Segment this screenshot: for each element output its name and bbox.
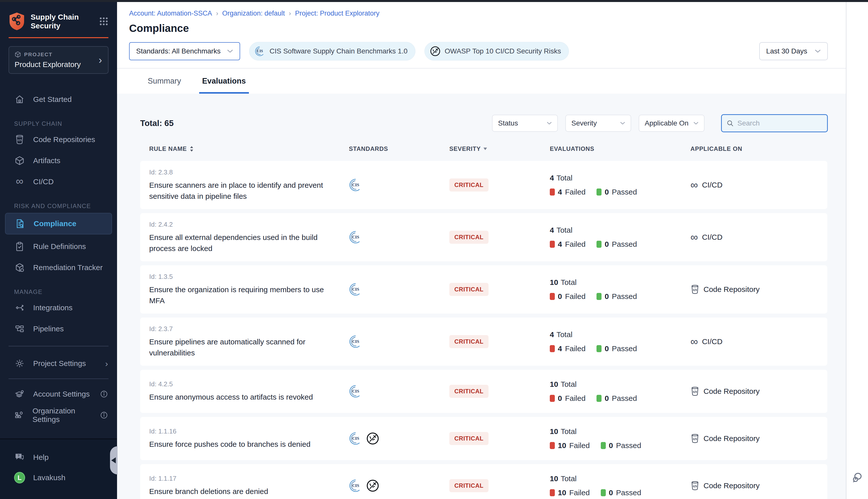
chip-owasp-top10[interactable]: OWASP Top 10 CI/CD Security Risks bbox=[424, 42, 569, 61]
severity-badge: CRITICAL bbox=[449, 283, 489, 296]
rule-name: Ensure branch deletions are denied bbox=[149, 486, 335, 497]
window-top-strip bbox=[0, 0, 868, 2]
severity-badge: CRITICAL bbox=[449, 335, 489, 348]
sidebar-collapse-handle[interactable] bbox=[110, 446, 118, 474]
search-box bbox=[721, 114, 828, 132]
sidebar-item-artifacts[interactable]: Artifacts bbox=[0, 150, 117, 171]
table-row[interactable]: Id: 1.3.5 Ensure the organization is req… bbox=[140, 265, 827, 314]
sort-updown-icon[interactable] bbox=[189, 146, 194, 152]
tabs: Summary Evaluations bbox=[117, 68, 846, 94]
sidebar-section-risk-compliance: RISK AND COMPLIANCE bbox=[0, 201, 117, 211]
date-range-select[interactable]: Last 30 Days bbox=[759, 42, 828, 60]
table-row[interactable]: Id: 2.3.8 Ensure scanners are in place t… bbox=[140, 161, 827, 209]
collapse-left-icon bbox=[111, 457, 116, 463]
rule-name: Ensure the organization is requiring mem… bbox=[149, 284, 335, 306]
applicable-on-label: Code Repository bbox=[703, 285, 760, 294]
cis-logo-icon: CIS bbox=[349, 385, 362, 398]
sidebar-section-supply-chain: SUPPLY CHAIN bbox=[0, 119, 117, 129]
sidebar-section-manage: MANAGE bbox=[0, 287, 117, 297]
sidebar-item-account-settings[interactable]: Account Settings bbox=[0, 384, 117, 405]
breadcrumb-separator: › bbox=[289, 10, 291, 17]
help-chat-icon: ? bbox=[14, 452, 25, 462]
rule-id: Id: 4.2.5 bbox=[149, 380, 349, 388]
passed-indicator bbox=[601, 489, 606, 496]
cis-logo-icon: CIS bbox=[349, 178, 362, 192]
table-row[interactable]: Id: 2.3.7 Ensure pipelines are automatic… bbox=[140, 317, 827, 366]
feedback-chat-icon[interactable] bbox=[852, 471, 865, 485]
breadcrumb-organization-link[interactable]: Organization: default bbox=[222, 10, 285, 17]
applicable-on-label: CI/CD bbox=[702, 233, 723, 242]
table-row[interactable]: Id: 2.4.2 Ensure all external dependenci… bbox=[140, 213, 827, 261]
sidebar-item-compliance[interactable]: Compliance bbox=[5, 213, 112, 234]
table-row[interactable]: Id: 4.2.5 Ensure anonymous access to art… bbox=[140, 370, 827, 413]
sort-down-icon[interactable] bbox=[483, 147, 487, 150]
layers-gear-icon bbox=[14, 389, 25, 399]
severity-badge: CRITICAL bbox=[449, 231, 489, 244]
app-switcher-grid-icon[interactable] bbox=[99, 16, 108, 26]
column-rule-name[interactable]: RULE NAME bbox=[149, 145, 349, 153]
failed-indicator bbox=[550, 489, 555, 496]
sidebar-item-code-repositories[interactable]: Code Repositories bbox=[0, 129, 117, 150]
breadcrumb-separator: › bbox=[216, 10, 218, 17]
shield-logo-icon bbox=[9, 12, 25, 31]
owasp-icon bbox=[366, 479, 379, 492]
tab-summary[interactable]: Summary bbox=[145, 69, 184, 94]
sidebar-item-rule-definitions[interactable]: Rule Definitions bbox=[0, 236, 117, 257]
project-selector[interactable]: PROJECT Product Exploratory › bbox=[9, 46, 108, 74]
infinity-icon: ∞ bbox=[690, 180, 698, 190]
project-name: Product Exploratory bbox=[14, 60, 103, 69]
applicable-on-label: Code Repository bbox=[703, 387, 760, 395]
rule-name: Ensure pipelines are automatically scann… bbox=[149, 336, 335, 358]
failed-indicator bbox=[550, 293, 555, 300]
sidebar-item-pipelines[interactable]: Pipelines bbox=[0, 318, 117, 339]
table-row[interactable]: Id: 1.1.17 Ensure branch deletions are d… bbox=[140, 464, 827, 499]
sidebar-footer: ? Help L Lavakush bbox=[0, 438, 117, 499]
evaluations-panel: Total: 65 Status Severity Applicable On bbox=[117, 94, 846, 499]
column-severity[interactable]: SEVERITY bbox=[449, 145, 550, 153]
owasp-logo-icon bbox=[430, 46, 441, 57]
chip-cis-benchmark[interactable]: CIS CIS Software Supply Chain Benchmarks… bbox=[249, 42, 415, 61]
box-wrench-icon bbox=[14, 263, 25, 272]
info-icon[interactable] bbox=[100, 411, 108, 419]
home-icon bbox=[14, 94, 25, 105]
cis-logo-icon: CIS bbox=[349, 335, 362, 349]
table-row[interactable]: Id: 1.1.16 Ensure force pushes code to b… bbox=[140, 417, 827, 460]
cis-logo-icon: CIS bbox=[349, 479, 362, 492]
sidebar-item-get-started[interactable]: Get Started bbox=[0, 89, 117, 110]
info-icon[interactable] bbox=[100, 390, 108, 398]
divider bbox=[9, 346, 108, 346]
pipelines-icon bbox=[14, 324, 25, 334]
rule-name: Ensure force pushes code to branches is … bbox=[149, 439, 335, 450]
search-icon bbox=[726, 120, 734, 127]
cis-logo-icon: CIS bbox=[254, 46, 265, 57]
severity-filter-select[interactable]: Severity bbox=[565, 115, 631, 132]
sidebar-item-integrations[interactable]: Integrations bbox=[0, 297, 117, 318]
sidebar-item-user[interactable]: L Lavakush bbox=[0, 466, 117, 489]
search-input[interactable] bbox=[737, 119, 822, 127]
cis-logo-icon: CIS bbox=[349, 283, 362, 296]
severity-badge: CRITICAL bbox=[449, 179, 489, 192]
status-filter-select[interactable]: Status bbox=[492, 115, 558, 132]
rules-table: Id: 2.3.8 Ensure scanners are in place t… bbox=[140, 161, 828, 499]
passed-indicator bbox=[596, 345, 602, 352]
code-repository-icon bbox=[14, 135, 25, 145]
sidebar-item-organization-settings[interactable]: Organization Settings bbox=[0, 405, 117, 426]
code-repository-icon bbox=[690, 481, 699, 491]
applicable-on-label: Code Repository bbox=[703, 434, 760, 443]
tab-evaluations[interactable]: Evaluations bbox=[199, 69, 249, 94]
code-repository-icon bbox=[690, 284, 699, 294]
rule-id: Id: 1.1.16 bbox=[149, 427, 349, 435]
breadcrumb-account-link[interactable]: Account: Automation-SSCA bbox=[129, 10, 212, 17]
applicable-on-filter-select[interactable]: Applicable On bbox=[639, 115, 704, 132]
breadcrumb-project-link[interactable]: Project: Product Exploratory bbox=[295, 10, 379, 17]
standards-select[interactable]: Standards: All Benchmarks bbox=[129, 42, 240, 60]
sidebar-item-help[interactable]: ? Help bbox=[0, 448, 117, 466]
chevron-right-icon: › bbox=[99, 54, 102, 66]
rule-id: Id: 1.3.5 bbox=[149, 273, 349, 281]
rule-name: Ensure anonymous access to artifacts is … bbox=[149, 392, 335, 403]
code-repository-icon bbox=[690, 434, 699, 443]
sidebar-item-cicd[interactable]: ∞ CI/CD bbox=[0, 171, 117, 192]
sidebar: Supply Chain Security PROJECT Product Ex… bbox=[0, 0, 117, 499]
sidebar-item-project-settings[interactable]: Project Settings › bbox=[0, 353, 117, 374]
sidebar-item-remediation-tracker[interactable]: Remediation Tracker bbox=[0, 257, 117, 278]
